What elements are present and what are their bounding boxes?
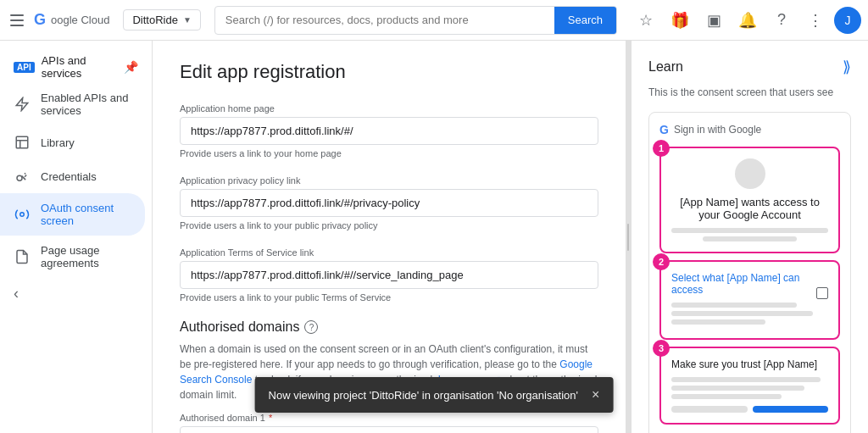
app-home-hint: Provide users a link to your home page (180, 148, 598, 158)
menu-icon[interactable] (7, 10, 27, 31)
app-privacy-hint: Provide users a link to your public priv… (180, 220, 598, 230)
svg-rect-1 (16, 136, 28, 148)
app-privacy-label: Application privacy policy link (180, 175, 598, 186)
library-icon (14, 134, 31, 151)
step-2-header: Select what [App Name] can access (671, 272, 828, 296)
right-panel-header: Learn ⟫ (648, 58, 851, 76)
topbar: G oogle Cloud DittoRide ▼ Search ☆ 🎁 ▣ 🔔… (0, 0, 868, 41)
sidebar: API APIs and services 📌 Enabled APIs and… (0, 41, 153, 433)
mock-line-1 (671, 228, 828, 233)
help-icon[interactable]: ? (766, 5, 797, 36)
project-selector[interactable]: DittoRide ▼ (123, 9, 200, 31)
app-home-label: Application home page (180, 103, 598, 114)
gift-icon[interactable]: 🎁 (665, 5, 695, 36)
topbar-right: ☆ 🎁 ▣ 🔔 ? ⋮ J (631, 5, 861, 36)
toast-message: Now viewing project 'DittoRide' in organ… (269, 389, 578, 402)
toast-notification: Now viewing project 'DittoRide' in organ… (255, 377, 614, 413)
sidebar-header: API APIs and services 📌 (0, 47, 152, 83)
mock-confirm-btn (753, 406, 829, 413)
google-signin-header: G Sign in with Google (659, 123, 840, 136)
mock-cancel-btn (671, 406, 748, 413)
oauth-icon (14, 206, 31, 223)
step-1-number: 1 (653, 140, 670, 157)
domain-field-wrapper: Authorised domain 1 * (180, 413, 598, 433)
step3-line-1 (671, 377, 821, 382)
sidebar-item-oauth[interactable]: OAuth consent screen (0, 193, 145, 236)
mock-checkbox (816, 287, 828, 299)
sidebar-collapse-btn[interactable]: ‹ (0, 278, 152, 309)
svg-point-5 (20, 213, 25, 217)
app-tos-section: Application Terms of Service link Provid… (180, 247, 598, 303)
page-title: Edit app registration (180, 61, 598, 83)
star-icon[interactable]: ☆ (631, 5, 661, 36)
consent-step-2: 2 Select what [App Name] can access (659, 260, 840, 340)
expand-icon[interactable]: ⟫ (843, 58, 851, 76)
authorised-domains-help-icon[interactable]: ? (304, 320, 318, 334)
step-3-header: Make sure you trust [App Name] (671, 358, 828, 370)
toast-close-button[interactable]: × (592, 387, 599, 402)
app-tos-hint: Provide users a link to your public Term… (180, 292, 598, 303)
step3-line-3 (671, 394, 782, 399)
mock-button-row (671, 406, 828, 413)
bell-icon[interactable]: 🔔 (732, 5, 763, 36)
app-privacy-input[interactable] (180, 189, 598, 217)
right-panel-title: Learn (648, 59, 683, 75)
authorised-domains-section: Authorised domains ? When a domain is us… (180, 319, 598, 433)
step-2-number: 2 (653, 253, 670, 270)
step3-line-2 (671, 386, 804, 391)
app-home-page-section: Application home page Provide users a li… (180, 103, 598, 158)
search-bar: Search (214, 6, 617, 35)
sidebar-title: APIs and services (42, 54, 117, 80)
avatar[interactable]: J (834, 7, 861, 34)
svg-point-4 (17, 175, 22, 180)
right-panel: Learn ⟫ This is the consent screen that … (631, 41, 868, 433)
step-3-number: 3 (653, 340, 670, 357)
sidebar-item-enabled[interactable]: Enabled APIs and services (0, 83, 145, 125)
google-cloud-logo[interactable]: G oogle Cloud (34, 11, 109, 29)
mock-line-a (671, 303, 797, 308)
svg-marker-0 (16, 98, 28, 111)
consent-preview: G Sign in with Google 1 [App Name] wants… (648, 112, 851, 433)
sidebar-item-library[interactable]: Library (0, 125, 145, 159)
key-icon (14, 168, 31, 185)
step-3-lines (671, 377, 828, 399)
required-marker: * (269, 413, 272, 423)
app-icon-mock (735, 158, 765, 189)
authorised-domains-heading: Authorised domains ? (180, 319, 598, 335)
project-name: DittoRide (132, 14, 177, 26)
step-1-content: [App Name] wants access to your Google A… (671, 158, 828, 241)
api-badge: API (14, 62, 35, 73)
lightning-icon (14, 96, 31, 113)
consent-step-3: 3 Make sure you trust [App Name] (659, 347, 840, 425)
sidebar-item-pageusage[interactable]: Page usage agreements (0, 236, 145, 278)
mock-lines-group (671, 303, 828, 325)
mock-line-c (671, 319, 765, 325)
app-home-input[interactable] (180, 117, 598, 145)
chevron-down-icon: ▼ (183, 15, 192, 25)
search-button[interactable]: Search (554, 7, 616, 34)
topbar-left: G oogle Cloud DittoRide ▼ (7, 9, 201, 31)
content-area: Edit app registration Application home p… (153, 41, 626, 433)
sidebar-item-credentials[interactable]: Credentials (0, 159, 145, 193)
main-container: API APIs and services 📌 Enabled APIs and… (0, 41, 868, 433)
mock-line-b (671, 311, 813, 316)
app-tos-input[interactable] (180, 261, 598, 289)
pin-icon[interactable]: 📌 (124, 60, 138, 74)
app-privacy-section: Application privacy policy link Provide … (180, 175, 598, 230)
domain-field-label: Authorised domain 1 * (180, 413, 598, 423)
search-input[interactable] (215, 14, 554, 26)
app-tos-label: Application Terms of Service link (180, 247, 598, 258)
terminal-icon[interactable]: ▣ (698, 5, 729, 36)
step-1-title: [App Name] wants access to your Google A… (671, 196, 828, 221)
right-panel-desc: This is the consent screen that users se… (648, 86, 851, 98)
more-icon[interactable]: ⋮ (800, 5, 831, 36)
mock-line-2 (703, 236, 797, 241)
doc-icon (14, 248, 31, 265)
consent-step-1: 1 [App Name] wants access to your Google… (659, 147, 840, 253)
authorised-domain-input[interactable] (180, 426, 598, 433)
